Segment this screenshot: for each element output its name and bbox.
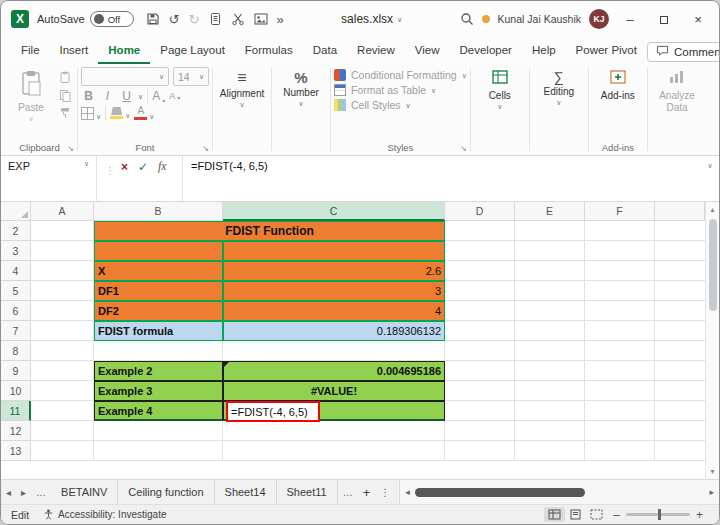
insert-function-icon[interactable]: fx <box>158 160 166 172</box>
cell-B13[interactable] <box>94 441 223 461</box>
cut-icon[interactable] <box>231 12 245 26</box>
page-layout-view-button[interactable] <box>565 507 586 522</box>
cell-F10[interactable] <box>585 381 655 401</box>
font-color-button[interactable]: A ∨ <box>134 106 154 120</box>
cell-C5[interactable]: 3 <box>223 281 445 301</box>
name-box-chevron-down-icon[interactable]: ∨ <box>84 160 89 167</box>
picture-icon[interactable] <box>254 13 268 25</box>
cell-E12[interactable] <box>515 421 585 441</box>
sheet-nav-left-icon[interactable]: ◂ <box>1 487 16 498</box>
row-header-13[interactable]: 13 <box>1 441 31 461</box>
cell-F3[interactable] <box>585 241 655 261</box>
comments-button[interactable]: Comments <box>647 42 720 62</box>
tab-view[interactable]: View <box>405 40 450 64</box>
cell-D2[interactable] <box>445 221 515 241</box>
tab-home[interactable]: Home <box>98 40 150 64</box>
cell-F12[interactable] <box>585 421 655 441</box>
tab-file[interactable]: File <box>11 40 50 64</box>
analyze-data-button[interactable]: Analyze Data <box>651 67 703 116</box>
cell-D7[interactable] <box>445 321 515 341</box>
cell-B12[interactable] <box>94 421 223 441</box>
font-size-select[interactable]: 14 ∨ <box>173 67 209 86</box>
sheet-nav-right-icon[interactable]: ▸ <box>16 487 31 498</box>
confirm-entry-icon[interactable]: ✓ <box>138 160 148 174</box>
cell-D3[interactable] <box>445 241 515 261</box>
cell-E2[interactable] <box>515 221 585 241</box>
cell-F5[interactable] <box>585 281 655 301</box>
cell-A12[interactable] <box>31 421 94 441</box>
bold-button[interactable]: B <box>81 89 96 103</box>
cell-A6[interactable] <box>31 301 94 321</box>
autosave-control[interactable]: AutoSave Off <box>37 11 134 27</box>
cell-C7[interactable]: 0.189306132 <box>223 321 445 341</box>
row-header-5[interactable]: 5 <box>1 281 31 301</box>
italic-button[interactable]: I <box>100 89 115 103</box>
format-painter-icon[interactable] <box>59 107 72 119</box>
cell-C12[interactable] <box>223 421 445 441</box>
autosave-toggle[interactable]: Off <box>90 11 134 27</box>
maximize-button[interactable] <box>651 12 677 27</box>
cell-B9[interactable]: Example 2 <box>94 361 223 381</box>
cell-E7[interactable] <box>515 321 585 341</box>
tab-data[interactable]: Data <box>303 40 347 64</box>
sheet-splitter-icon[interactable]: ⋮ <box>375 487 395 498</box>
cell-C9[interactable]: 0.004695186 <box>223 361 445 381</box>
select-all-corner[interactable] <box>1 202 31 221</box>
redo-icon[interactable]: ↻ <box>189 13 200 26</box>
row-header-6[interactable]: 6 <box>1 301 31 321</box>
col-header-F[interactable]: F <box>585 202 655 221</box>
styles-dialog-launcher-icon[interactable]: ↘ <box>460 144 467 153</box>
vscroll-thumb[interactable] <box>709 219 717 311</box>
cell-B11[interactable]: Example 4 <box>94 401 223 421</box>
cell-F6[interactable] <box>585 301 655 321</box>
cell-B2-C2-merged-title[interactable]: FDIST Function <box>94 221 445 241</box>
search-icon[interactable] <box>460 12 474 26</box>
horizontal-scrollbar[interactable]: ◂ ▸ <box>399 480 719 504</box>
sheet-overflow-left-icon[interactable]: … <box>31 487 51 498</box>
row-header-4[interactable]: 4 <box>1 261 31 281</box>
cancel-entry-icon[interactable]: × <box>121 160 128 174</box>
cell-D9[interactable] <box>445 361 515 381</box>
cells-button[interactable]: Cells ∨ <box>474 67 526 113</box>
cell-A5[interactable] <box>31 281 94 301</box>
row-header-2[interactable]: 2 <box>1 221 31 241</box>
formula-input[interactable]: =FDIST(-4, 6,5) <box>183 156 701 201</box>
accessibility-status[interactable]: Accessibility: Investigate <box>58 509 166 520</box>
col-header-C[interactable]: C <box>223 202 445 221</box>
name-box[interactable]: EXP ∨ <box>1 156 97 201</box>
conditional-formatting-button[interactable]: Conditional Formatting ∨ <box>334 69 467 81</box>
cell-B8[interactable] <box>94 341 223 361</box>
clipboard-dialog-launcher-icon[interactable]: ↘ <box>67 144 74 153</box>
cell-A11[interactable] <box>31 401 94 421</box>
tab-page-layout[interactable]: Page Layout <box>150 40 235 64</box>
row-header-3[interactable]: 3 <box>1 241 31 261</box>
editing-button[interactable]: ∑ Editing ∨ <box>533 67 585 109</box>
col-header-B[interactable]: B <box>94 202 223 221</box>
row-header-12[interactable]: 12 <box>1 421 31 441</box>
new-sheet-button[interactable]: + <box>358 485 376 500</box>
cell-C3[interactable] <box>223 241 445 261</box>
font-dialog-launcher-icon[interactable]: ↘ <box>202 144 209 153</box>
zoom-out-button[interactable]: – <box>607 508 626 522</box>
sheet-tab-ceiling-function[interactable]: Ceiling function <box>118 480 214 504</box>
cell-F8[interactable] <box>585 341 655 361</box>
sheet-tab-sheet11[interactable]: Sheet11 <box>277 480 338 504</box>
borders-button[interactable]: ∨ <box>81 107 101 120</box>
sheet-overflow-right-icon[interactable]: … <box>338 487 358 498</box>
cell-E5[interactable] <box>515 281 585 301</box>
number-button[interactable]: % Number ∨ <box>275 67 327 110</box>
cell-C6[interactable]: 4 <box>223 301 445 321</box>
formula-bar-expand-icon[interactable]: ∨ <box>707 162 712 201</box>
cell-F11[interactable] <box>585 401 655 421</box>
cell-F7[interactable] <box>585 321 655 341</box>
cell-B10[interactable]: Example 3 <box>94 381 223 401</box>
avatar[interactable]: KJ <box>589 9 609 29</box>
cell-D12[interactable] <box>445 421 515 441</box>
cell-D6[interactable] <box>445 301 515 321</box>
document-title[interactable]: sales.xlsx <box>341 12 393 26</box>
paste-button[interactable]: Paste ∨ <box>5 67 57 125</box>
cell-C10[interactable]: #VALUE! <box>223 381 445 401</box>
tab-insert[interactable]: Insert <box>50 40 99 64</box>
sheet-tab-betainv[interactable]: BETAINV <box>51 480 118 504</box>
cell-D13[interactable] <box>445 441 515 461</box>
